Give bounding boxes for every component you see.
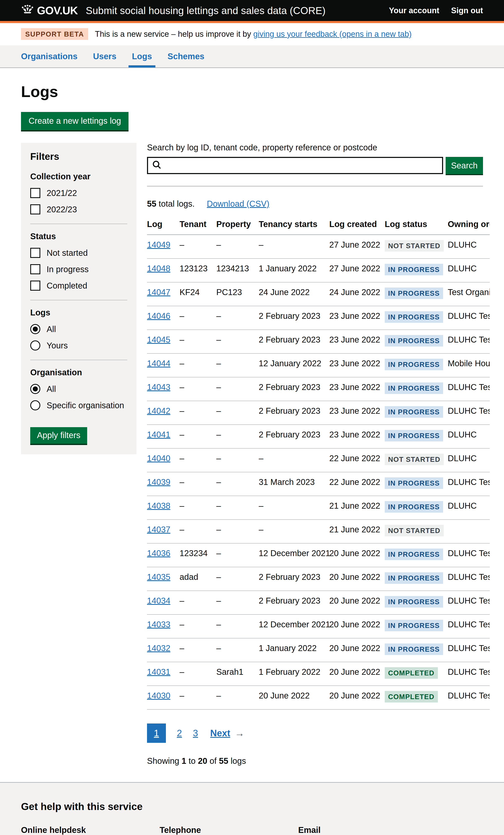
log-id-link[interactable]: 14048 bbox=[147, 264, 170, 273]
checkbox[interactable] bbox=[30, 204, 40, 215]
phase-banner: SUPPORT BETA This is a new service – hel… bbox=[0, 23, 504, 45]
results-count-suffix: total logs. bbox=[157, 199, 195, 208]
filter-option-label: Specific organisation bbox=[47, 401, 124, 410]
tenant-cell: 123234 bbox=[180, 549, 216, 558]
filter-group-title: Organisation bbox=[30, 368, 127, 377]
log-id-link[interactable]: 14036 bbox=[147, 549, 170, 558]
log-id-link[interactable]: 14042 bbox=[147, 406, 170, 415]
property-cell: – bbox=[216, 477, 259, 487]
pagination-page-link[interactable]: 2 bbox=[177, 728, 182, 738]
pagination-next-link[interactable]: Next bbox=[210, 728, 230, 738]
property-cell: – bbox=[216, 311, 259, 321]
log-id-link[interactable]: 14040 bbox=[147, 454, 170, 463]
tenant-cell: – bbox=[180, 406, 216, 415]
nav-tab-logs[interactable]: Logs bbox=[128, 45, 155, 67]
column-header: Tenant bbox=[180, 220, 216, 229]
govuk-logo-link[interactable]: GOV.UK bbox=[21, 4, 78, 17]
filter-option-label: In progress bbox=[47, 265, 88, 274]
feedback-link[interactable]: giving us your feedback (opens in a new … bbox=[253, 29, 411, 38]
log-id-link[interactable]: 14037 bbox=[147, 525, 170, 534]
tenant-cell: – bbox=[180, 644, 216, 653]
property-cell: – bbox=[216, 691, 259, 700]
download-csv-link[interactable]: Download (CSV) bbox=[207, 199, 269, 208]
owning-organisation-cell: DLUHC bbox=[448, 501, 490, 511]
service-name-link[interactable]: Submit social housing lettings and sales… bbox=[86, 5, 325, 16]
log-created-cell: 24 June 2022 bbox=[329, 287, 385, 297]
log-id-link[interactable]: 14031 bbox=[147, 667, 170, 676]
log-id-link[interactable]: 14032 bbox=[147, 644, 170, 653]
filter-group-title: Collection year bbox=[30, 172, 127, 181]
log-created-cell: 23 June 2022 bbox=[329, 359, 385, 368]
nav-tab-organisations[interactable]: Organisations bbox=[21, 45, 78, 67]
radio-button[interactable] bbox=[30, 324, 40, 334]
owning-organisation-cell: DLUHC Tes bbox=[448, 644, 490, 653]
filter-group: LogsAllYours bbox=[30, 300, 127, 360]
owning-organisation-cell: DLUHC Tes bbox=[448, 667, 490, 677]
filter-option-label: Completed bbox=[47, 281, 87, 290]
nav-tab-users[interactable]: Users bbox=[93, 45, 116, 67]
column-header: Log status bbox=[385, 220, 448, 229]
create-lettings-log-button[interactable]: Create a new lettings log bbox=[21, 112, 128, 130]
log-id-link[interactable]: 14034 bbox=[147, 596, 170, 605]
table-row: 14041 – – 2 February 2023 23 June 2022 I… bbox=[147, 425, 490, 449]
govuk-header: GOV.UK Submit social housing lettings an… bbox=[0, 0, 504, 23]
log-created-cell: 20 June 2022 bbox=[329, 620, 385, 629]
radio-button[interactable] bbox=[30, 341, 40, 350]
checkbox[interactable] bbox=[30, 248, 40, 258]
log-id-link[interactable]: 14047 bbox=[147, 287, 170, 297]
log-id-link[interactable]: 14035 bbox=[147, 572, 170, 582]
property-cell: 1234213 bbox=[216, 264, 259, 273]
search-input[interactable] bbox=[164, 161, 438, 170]
table-row: 14030 – – 20 June 2022 20 June 2022 Comp… bbox=[147, 686, 490, 710]
table-header-row: LogTenantPropertyTenancy startsLog creat… bbox=[147, 220, 490, 235]
log-id-link[interactable]: 14045 bbox=[147, 335, 170, 344]
log-id-link[interactable]: 14038 bbox=[147, 501, 170, 510]
filter-option-label: 2021/22 bbox=[47, 188, 77, 198]
column-header: Owning organisation bbox=[448, 220, 490, 229]
pagination-page-link[interactable]: 3 bbox=[193, 728, 198, 738]
radio-button[interactable] bbox=[30, 400, 40, 410]
owning-organisation-cell: DLUHC bbox=[448, 264, 490, 273]
crown-icon bbox=[21, 4, 34, 17]
footer-column: Online helpdeskCORE helpdesk (opens in a… bbox=[21, 825, 160, 835]
log-id-link[interactable]: 14033 bbox=[147, 620, 170, 629]
tenancy-starts-cell: 2 February 2023 bbox=[259, 406, 329, 415]
checkbox[interactable] bbox=[30, 281, 40, 291]
log-id-link[interactable]: 14041 bbox=[147, 430, 170, 439]
table-row: 14049 – – – 27 June 2022 Not started DLU… bbox=[147, 235, 490, 259]
status-tag: In progress bbox=[385, 501, 443, 513]
owning-organisation-cell: DLUHC Tes bbox=[448, 477, 490, 487]
log-id-link[interactable]: 14039 bbox=[147, 477, 170, 487]
phase-banner-text: This is a new service – help us improve … bbox=[95, 29, 411, 39]
filter-option-label: All bbox=[47, 324, 56, 334]
checkbox[interactable] bbox=[30, 188, 40, 198]
log-created-cell: 23 June 2022 bbox=[329, 335, 385, 344]
log-id-link[interactable]: 14044 bbox=[147, 359, 170, 368]
tenancy-starts-cell: – bbox=[259, 501, 329, 511]
filter-option-label: Yours bbox=[47, 341, 68, 350]
status-tag: In progress bbox=[385, 264, 443, 275]
pagination-page-current[interactable]: 1 bbox=[147, 724, 166, 743]
nav-tab-schemes[interactable]: Schemes bbox=[167, 45, 204, 67]
apply-filters-button[interactable]: Apply filters bbox=[30, 427, 87, 444]
footer-column-title: Email bbox=[298, 825, 483, 835]
log-id-link[interactable]: 14049 bbox=[147, 240, 170, 249]
sign-out-link[interactable]: Sign out bbox=[451, 6, 483, 15]
filter-option-label: Not started bbox=[47, 248, 88, 258]
your-account-link[interactable]: Your account bbox=[389, 6, 439, 15]
status-tag: In progress bbox=[385, 644, 443, 655]
tenancy-starts-cell: 12 December 2021 bbox=[259, 549, 329, 558]
log-id-link[interactable]: 14030 bbox=[147, 691, 170, 700]
property-cell: – bbox=[216, 359, 259, 368]
tenant-cell: – bbox=[180, 477, 216, 487]
log-id-link[interactable]: 14043 bbox=[147, 383, 170, 392]
page-title: Logs bbox=[21, 83, 483, 101]
search-button[interactable]: Search bbox=[446, 157, 483, 174]
table-row: 14037 – – – 21 June 2022 Not started bbox=[147, 520, 490, 544]
radio-button[interactable] bbox=[30, 384, 40, 394]
checkbox[interactable] bbox=[30, 264, 40, 274]
owning-organisation-cell: DLUHC Tes bbox=[448, 691, 490, 700]
log-id-link[interactable]: 14046 bbox=[147, 311, 170, 321]
log-created-cell: 21 June 2022 bbox=[329, 525, 385, 534]
filter-group-title: Logs bbox=[30, 308, 127, 317]
